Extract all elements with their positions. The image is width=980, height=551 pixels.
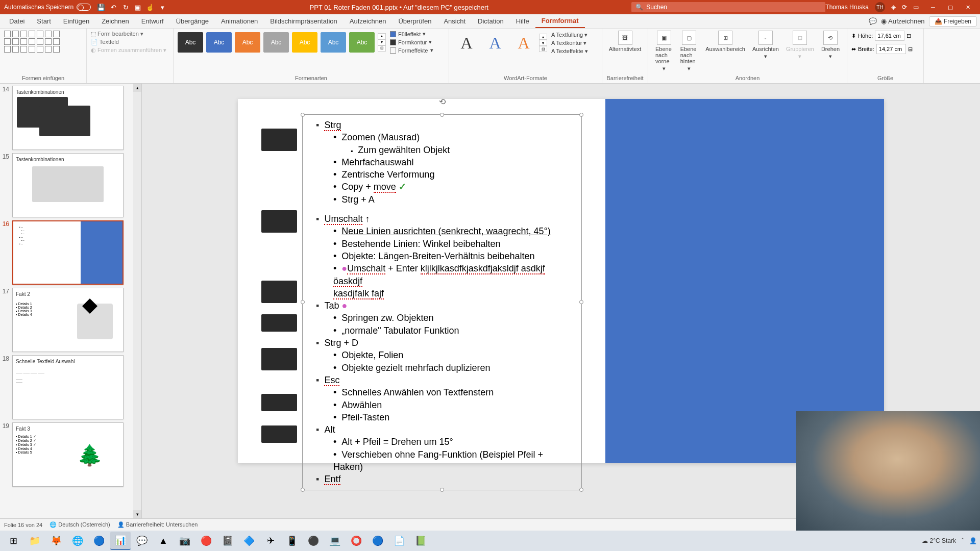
textfullung-button[interactable]: A Textfüllung ▾ [551,32,588,38]
key-image-entf[interactable] [261,425,297,443]
avatar[interactable]: TH [875,2,885,12]
app-icon[interactable]: 📷 [175,532,195,550]
redo-icon[interactable]: ↻ [121,3,130,11]
wa-up-icon[interactable]: ▴ [539,34,547,40]
user-name[interactable]: Thomas Hruska [825,4,869,11]
resize-handle[interactable] [301,488,305,492]
tab-ansicht[interactable]: Ansicht [437,14,472,28]
touch-icon[interactable]: ☝ [146,3,154,11]
ribbon-display-icon[interactable]: ▭ [913,4,919,11]
dropdown-icon[interactable]: ▾ [158,3,166,11]
textkontur-button[interactable]: A Textkontur ▾ [551,40,588,46]
app-icon[interactable]: 🔴 [196,532,216,550]
save-icon[interactable]: 💾 [97,3,105,11]
edge-icon[interactable]: 🔵 [89,532,109,550]
chrome-icon[interactable]: 🌐 [67,532,88,550]
gallery-down-icon[interactable]: ▾ [378,39,386,45]
formeffekte-button[interactable]: Formeffekte ▾ [390,47,433,54]
onenote-icon[interactable]: 📓 [217,532,238,550]
resize-handle[interactable] [579,488,583,492]
wa-more-icon[interactable]: ⊟ [539,46,547,52]
key-image-alt[interactable] [261,394,297,411]
textfeld-button[interactable]: 📄 Textfeld [91,39,169,45]
drehen-button[interactable]: ⟲Drehen ▾ [818,31,843,72]
minimize-button[interactable]: ─ [925,2,941,13]
comments-icon[interactable]: 💬 [869,17,877,25]
thumbnail-19[interactable]: 19 Fakt 3 • Details 1 ✓• Details 2 ✓• De… [0,422,139,487]
wordart-2[interactable]: A [482,31,508,55]
toggle-icon[interactable] [77,4,91,11]
vlc-icon[interactable]: ▲ [153,532,174,550]
style-yellow[interactable]: Abc [292,32,317,53]
slide[interactable]: ⟲ Strg Zoomen (Mausrad) Zum gewählten Ob… [238,99,884,463]
tab-hilfe[interactable]: Hilfe [510,14,535,28]
resize-handle[interactable] [440,488,444,492]
blue-rectangle[interactable] [605,99,884,463]
auswahlbereich-button[interactable]: ⊞Auswahlbereich [702,31,748,72]
ausrichten-button[interactable]: ⫟Ausrichten ▾ [749,31,782,72]
app-icon[interactable]: 💻 [325,532,345,550]
key-image-ctrl[interactable] [261,129,297,151]
autosave-toggle[interactable]: Automatisches Speichern [4,4,91,11]
style-green[interactable]: Abc [349,32,375,53]
fulleffekt-button[interactable]: Fülleffekt ▾ [390,31,433,37]
style-orange[interactable]: Abc [235,32,260,53]
thumbnail-16[interactable]: 16 ▪ ─ • ─ • ─▪ ─ • ─▪ ─ [0,220,139,285]
tab-zeichnen[interactable]: Zeichnen [95,14,135,28]
weather-widget[interactable]: ☁ 2°C Stark [922,537,956,544]
thumb-scroll-down-icon[interactable]: ▾ [133,510,141,518]
wa-down-icon[interactable]: ▾ [539,40,547,46]
alternativtext-button[interactable]: 🖼 Alternativtext [606,31,644,52]
start-button[interactable]: ⊞ [3,532,23,550]
resize-handle[interactable] [301,300,305,304]
search-input[interactable]: 🔍 Suchen [631,2,825,12]
key-image-shift[interactable] [261,210,297,233]
telegram-icon[interactable]: ✈ [260,532,281,550]
excel-icon[interactable]: 📗 [410,532,431,550]
rotation-handle-icon[interactable]: ⟲ [439,96,446,108]
text-box[interactable]: ⟲ Strg Zoomen (Mausrad) Zum gewählten Ob… [302,114,582,490]
resize-handle[interactable] [579,300,583,304]
style-black[interactable]: Abc [178,32,203,53]
maximize-button[interactable]: ▢ [942,2,959,13]
aufzeichnen-button[interactable]: ◉ Aufzeichnen [881,17,924,25]
tab-aufzeichnen[interactable]: Aufzeichnen [344,14,393,28]
app-icon[interactable]: 🔵 [368,532,388,550]
spinner-icon[interactable]: ⊟ [906,33,911,39]
gallery-more-icon[interactable]: ⊟ [378,45,386,52]
tab-datei[interactable]: Datei [3,14,31,28]
tab-ubergange[interactable]: Übergänge [170,14,215,28]
spinner-icon[interactable]: ⊟ [908,46,913,53]
powerpoint-icon[interactable]: 📊 [110,532,131,550]
thumbnail-18[interactable]: 18 Schnelle Textfeld Auswahl ─── ─── ───… [0,355,139,419]
resize-handle[interactable] [301,113,305,117]
key-image-esc[interactable] [261,348,297,370]
tab-start[interactable]: Start [31,14,57,28]
tray-arrow-icon[interactable]: ˄ [961,537,964,544]
ebene-vorne-button[interactable]: ▣Ebene nach vorne ▾ [652,31,676,72]
undo-icon[interactable]: ↶ [109,3,117,11]
thumb-scroll-up-icon[interactable]: ▴ [133,84,141,92]
texteffekte-button[interactable]: A Texteffekte ▾ [551,48,588,55]
sync-icon[interactable]: ⟳ [902,4,907,11]
shapes-palette[interactable] [4,31,60,53]
slide-count[interactable]: Folie 16 von 24 [4,522,42,528]
thumbnail-15[interactable]: 15 Tastenkombinationen [0,153,139,217]
close-button[interactable]: ✕ [960,2,976,13]
tab-animationen[interactable]: Animationen [215,14,264,28]
resize-handle[interactable] [440,113,444,117]
resize-handle[interactable] [579,113,583,117]
style-lightblue[interactable]: Abc [321,32,346,53]
firefox-icon[interactable]: 🦊 [46,532,66,550]
present-icon[interactable]: ▣ [134,3,142,11]
wordart-3[interactable]: A [510,31,537,55]
key-image-tab[interactable] [261,281,297,303]
wordart-1[interactable]: A [453,31,480,55]
freigeben-button[interactable]: 📤 Freigeben [929,16,977,27]
explorer-icon[interactable]: 📁 [24,532,45,550]
wordart-gallery[interactable]: A A A ▴ ▾ ⊟ [453,31,547,55]
app-icon[interactable]: ⭕ [346,532,366,550]
app-icon[interactable]: 📱 [282,532,302,550]
accessibility-button[interactable]: 👤 Barrierefreiheit: Untersuchen [117,521,198,528]
formkontur-button[interactable]: Formkontur ▾ [390,39,433,45]
